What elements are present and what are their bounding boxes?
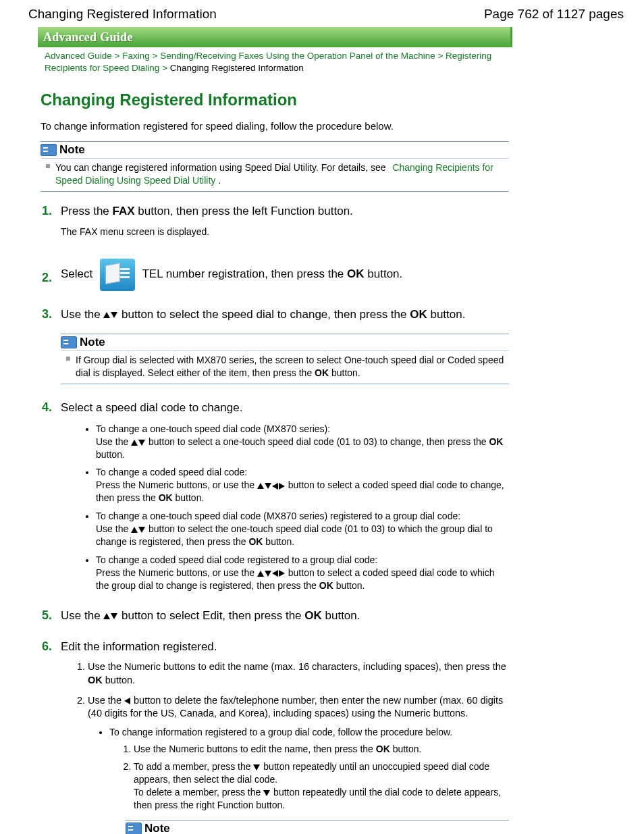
bullet-icon	[66, 357, 70, 361]
arrow-up-down-icon	[131, 523, 146, 534]
breadcrumb-sep: >	[115, 51, 123, 61]
step4-head: Select a speed dial code to change.	[61, 400, 509, 416]
tel-registration-icon	[100, 259, 135, 291]
note-label: Note	[59, 143, 85, 157]
step2-text-b: TEL number registration, then press the	[142, 268, 347, 281]
note-box-intro: Note You can change registered informati…	[41, 141, 509, 192]
step-number-5: 5.	[42, 608, 52, 623]
breadcrumb-sep: >	[153, 51, 161, 61]
step6-sub1: Use the Numeric buttons to edit the name…	[88, 660, 509, 687]
step3-text-b: button to select the speed dial to chang…	[122, 308, 410, 321]
step4-bullet-2: To change a coded speed dial code: Press…	[96, 466, 509, 504]
arrow-down-icon	[263, 787, 271, 798]
arrow-left-icon	[124, 695, 131, 706]
step6-sub2-inner: To change information registered to a gr…	[109, 726, 509, 812]
note-text: You can change registered information us…	[55, 162, 386, 173]
arrow-udlr-icon	[257, 479, 286, 490]
bullet-icon	[46, 164, 50, 168]
step4-bullet-1: To change a one-touch speed dial code (M…	[96, 423, 509, 461]
step-number-3: 3.	[42, 307, 52, 321]
step-number-2: 2.	[42, 271, 52, 285]
step3-note-a: If Group dial is selected with MX870 ser…	[76, 355, 504, 378]
page-counter: Page 762 of 1127 pages	[484, 7, 624, 22]
step3-text-a: Use the	[61, 308, 103, 321]
step-number-1: 1.	[42, 204, 52, 218]
arrow-up-down-icon	[103, 308, 118, 321]
step6-sub2-i1: Use the Numeric buttons to edit the name…	[134, 743, 509, 756]
step2-text-c: button.	[365, 268, 403, 281]
step4-bullet-3: To change a one-touch speed dial code (M…	[96, 510, 509, 548]
step6-sub2: Use the button to delete the fax/telepho…	[88, 694, 509, 812]
arrow-udlr-icon	[257, 567, 286, 578]
note-label: Note	[80, 336, 105, 349]
step3-note-b: button.	[329, 367, 360, 378]
breadcrumb-faxing[interactable]: Faxing	[122, 51, 150, 61]
breadcrumb-sep: >	[162, 63, 170, 73]
step5-text-b: button to select Edit, then press the	[122, 609, 304, 622]
note-icon	[41, 144, 57, 156]
step-number-6: 6.	[42, 640, 52, 654]
arrow-up-down-icon	[103, 609, 118, 622]
step2-text-a: Select	[61, 268, 96, 281]
step1-text-a: Press the	[61, 205, 113, 217]
note-label: Note	[144, 822, 170, 834]
step6-sub2-i2: To add a member, press the button repeat…	[134, 760, 509, 812]
step3-text-c: button.	[427, 308, 466, 321]
breadcrumb-sep: >	[437, 51, 446, 61]
arrow-up-down-icon	[131, 436, 146, 447]
breadcrumb-current: Changing Registered Information	[170, 63, 304, 73]
breadcrumb: Advanced Guide > Faxing > Sending/Receiv…	[45, 50, 509, 74]
note-icon	[61, 336, 77, 348]
ok-button-ref: OK	[304, 609, 322, 622]
step6-head: Edit the information registered.	[61, 640, 509, 655]
step5-text-a: Use the	[61, 609, 103, 622]
note-icon	[126, 823, 142, 834]
arrow-down-icon	[253, 761, 261, 772]
note-box-step3: Note If Group dial is selected with MX87…	[61, 334, 509, 384]
fax-button-ref: FAX	[113, 205, 135, 217]
ok-button-ref: OK	[315, 367, 329, 378]
intro-text: To change information registered for spe…	[41, 120, 509, 132]
note-tail: .	[218, 175, 221, 186]
breadcrumb-sending-receiving[interactable]: Sending/Receiving Faxes Using the Operat…	[160, 51, 435, 61]
step-number-4: 4.	[42, 400, 52, 415]
ok-button-ref: OK	[347, 268, 365, 281]
step1-sub: The FAX menu screen is displayed.	[61, 226, 509, 237]
step5-text-c: button.	[322, 609, 360, 622]
step4-bullet-4: To change a coded speed dial code regist…	[96, 554, 509, 592]
ok-button-ref: OK	[410, 308, 427, 321]
step1-text-b: button, then press the left Function but…	[135, 205, 353, 217]
breadcrumb-advanced-guide[interactable]: Advanced Guide	[45, 51, 112, 61]
page-title: Changing Registered Information	[41, 90, 509, 109]
banner-advanced-guide: Advanced Guide	[38, 27, 512, 47]
note-box-step6: Note When you add a member with an occup…	[126, 820, 509, 834]
doc-title: Changing Registered Information	[28, 7, 217, 22]
